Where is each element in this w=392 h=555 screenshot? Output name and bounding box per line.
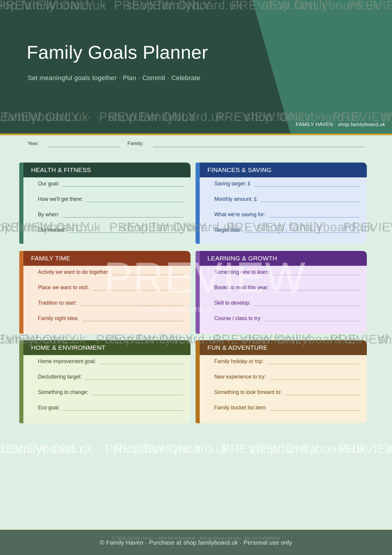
write-line [82,321,183,321]
field-label: By when: [38,211,59,218]
field-label: Skill to develop: [214,300,251,306]
write-line [254,186,360,187]
card-title: LEARNING & GROWTH [200,251,367,266]
family-write-line [153,147,364,147]
field-label: How we'll get there: [38,196,83,202]
write-line [270,410,360,411]
field-label: Our goal: [38,181,59,187]
card-accent-bar [196,340,200,423]
field-label: Decluttering target: [38,374,82,380]
write-line [272,290,360,290]
write-line [69,233,183,233]
year-label: Year: [28,141,39,147]
field-label: Course / class to try: [214,315,262,322]
write-line [254,306,360,306]
card-accent-bar [196,251,200,334]
year-family-row: Year: Family: [28,138,364,147]
field-label: Books to read this year: [214,284,269,291]
gold-divider [0,133,392,135]
brand-line: FAMILY HAVEN · shop.familyboard.uk [296,122,385,128]
write-line [274,275,360,275]
card-home-environment: HOME & ENVIRONMENT Home improvement goal… [19,340,191,423]
write-line [87,202,183,202]
write-line [63,410,183,411]
field-label: Family bucket list item: [214,405,267,411]
footer-text: © Family Haven · Purchase at shop.family… [0,539,392,546]
card-accent-bar [19,340,23,423]
write-line [85,379,183,380]
field-label: Saving target: £ [214,181,251,187]
card-health-fitness: HEALTH & FITNESS Our goal: How we'll get… [19,163,191,244]
card-title: FAMILY TIME [23,251,191,266]
field-label: Monthly amount: £ [214,196,257,202]
field-label: Something to change: [38,389,88,395]
field-label: Activity we want to do together: [38,269,110,275]
card-learning-growth: LEARNING & GROWTH Something new to learn… [196,251,367,334]
card-accent-bar [19,251,23,334]
field-label: Place we want to visit: [38,284,89,291]
write-line [92,395,183,395]
field-label: Eco goal: [38,405,60,411]
card-family-time: FAMILY TIME Activity we want to do toget… [19,251,191,334]
write-line [267,364,360,364]
card-accent-bar [19,163,23,244]
year-write-line [48,147,119,147]
write-line [63,186,183,187]
header-diagonal-shape [0,0,392,133]
watermark-band: PREVIEW ONLY · PREVIEW ONLY · PREVIEW ON… [0,442,392,458]
write-line [245,233,360,233]
write-line [265,321,360,321]
write-line [113,275,183,275]
field-label: Target date: [214,227,241,233]
field-label: Something new to learn: [214,269,270,275]
write-line [285,395,360,395]
page-title: Family Goals Planner [27,42,208,63]
write-line [63,217,183,217]
field-label: New experience to try: [214,374,266,380]
field-label: Home improvement goal: [38,358,96,365]
planner-page: Family Goals Planner Set meaningful goal… [0,0,392,555]
field-label: Tradition to start: [38,300,77,306]
card-finances-saving: FINANCES & SAVING Saving target: £ Month… [196,163,367,244]
card-title: FUN & ADVENTURE [200,340,367,355]
card-fun-adventure: FUN & ADVENTURE Family holiday or trip: … [196,340,367,423]
field-label: Family holiday or trip: [214,358,263,365]
write-line [260,202,360,202]
write-line [269,217,360,217]
field-label: Family night idea: [38,315,79,322]
field-label: Something to look forward to: [214,389,282,395]
page-header: Family Goals Planner Set meaningful goal… [0,0,392,133]
write-line [100,364,184,364]
field-label: Our reward: [38,227,65,233]
field-label: What we're saving for: [214,211,265,218]
card-title: HEALTH & FITNESS [23,163,191,177]
card-title: FINANCES & SAVING [200,163,367,177]
write-line [269,379,360,380]
page-subtitle: Set meaningful goals together · Plan · C… [28,74,200,82]
card-title: HOME & ENVIRONMENT [23,340,191,355]
card-accent-bar [196,163,200,244]
page-footer: © 2026 Family Haven · shop.familyboard.u… [0,532,392,555]
write-line [92,290,183,290]
family-label: Family: [127,141,144,147]
write-line [80,306,183,306]
